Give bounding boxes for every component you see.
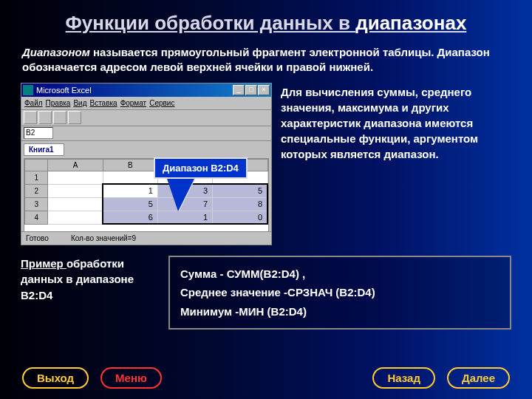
back-button[interactable]: Назад [372, 367, 434, 389]
title-part1: Функции обработки данных в [66, 12, 356, 34]
callout: Диапазон B2:D4 [154, 157, 248, 211]
menu-insert[interactable]: Вставка [89, 99, 117, 107]
window-titlebar: Microsoft Excel _ □ × [21, 83, 271, 97]
menu-tools[interactable]: Сервис [149, 99, 174, 107]
formula-min: Минимум -МИН (B2:D4) [180, 302, 499, 321]
excel-icon [23, 85, 33, 95]
status-bar: Готово Кол-во значений=9 [21, 231, 271, 245]
toolbar-button[interactable] [24, 111, 37, 124]
minimize-button[interactable]: _ [233, 85, 245, 95]
maximize-button[interactable]: □ [245, 85, 257, 95]
toolbar-button[interactable] [68, 111, 81, 124]
menu-edit[interactable]: Правка [46, 99, 71, 107]
callout-label: Диапазон B2:D4 [154, 157, 248, 179]
nav-bar: Выход Меню Назад Далее [0, 367, 532, 389]
menu-format[interactable]: Формат [120, 99, 147, 107]
intro-text: Диапазоном называется прямоугольный фраг… [0, 42, 532, 83]
toolbar-button[interactable] [53, 111, 66, 124]
status-count: Кол-во значений=9 [71, 234, 136, 242]
menu-view[interactable]: Вид [73, 99, 86, 107]
formula-avg: Среднее значение -СРЗНАЧ (B2:D4) [180, 283, 499, 302]
window-title: Microsoft Excel [36, 86, 92, 95]
close-button[interactable]: × [258, 85, 270, 95]
page-title: Функции обработки данных в диапазонах [0, 0, 532, 42]
next-button[interactable]: Далее [447, 367, 510, 389]
spreadsheet-grid[interactable]: ABCD 1 2135 3578 4610 Диапазон B2:D4 [24, 158, 269, 241]
example-underline: Пример [21, 257, 66, 270]
toolbar [21, 110, 271, 126]
example-label: Пример обработки данных в диапазоне B2:D… [21, 256, 154, 330]
excel-window: Microsoft Excel _ □ × Файл Правка Вид Вс… [21, 83, 272, 245]
callout-arrow-icon [167, 179, 194, 211]
menu-button[interactable]: Меню [100, 367, 162, 389]
formula-bar: B2 [21, 126, 271, 141]
menu-file[interactable]: Файл [24, 99, 43, 107]
cell-reference[interactable]: B2 [24, 127, 53, 139]
title-part2: диапазонах [355, 12, 466, 34]
description-text: Для вычисления суммы, среднего значения,… [281, 83, 511, 245]
exit-button[interactable]: Выход [22, 367, 89, 389]
toolbar-button[interactable] [38, 111, 52, 124]
formulas-box: Сумма - СУММ(B2:D4) , Среднее значение -… [168, 256, 511, 330]
formula-sum: Сумма - СУММ(B2:D4) , [180, 265, 499, 284]
workbook-tab[interactable]: Книга1 [24, 143, 64, 156]
intro-emphasis: Диапазоном [22, 46, 93, 58]
menu-bar: Файл Правка Вид Вставка Формат Сервис [21, 97, 271, 110]
status-ready: Готово [26, 234, 49, 242]
